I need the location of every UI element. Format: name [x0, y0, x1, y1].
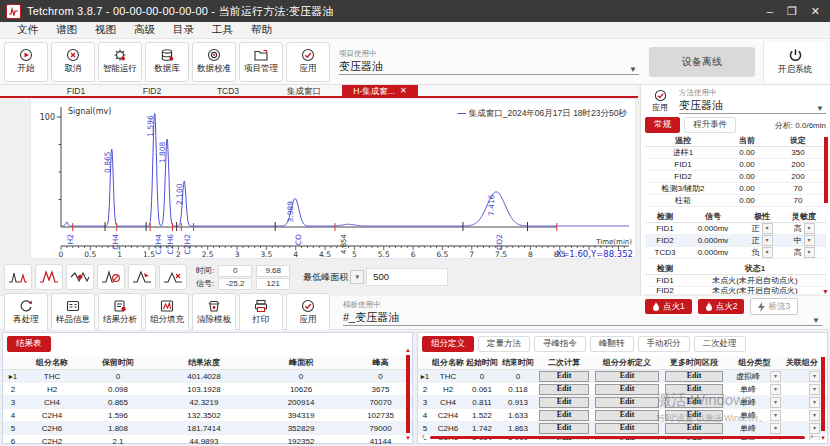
table-row[interactable]: 进样10.00350: [645, 147, 826, 159]
menu-item-目录[interactable]: 目录: [164, 23, 203, 37]
method-apply-button[interactable]: 应用: [645, 89, 675, 113]
definition-row[interactable]: 5C2H61.7421.863EditEditEdit单峰▾▾: [418, 422, 827, 435]
definition-hscrollbar[interactable]: ‹›: [422, 435, 813, 440]
tab-results[interactable]: 结果表: [7, 336, 51, 352]
min-area-dropdown[interactable]: ▾: [350, 270, 364, 284]
chart-tab-FID1[interactable]: FID1: [38, 85, 114, 96]
signal-from-field[interactable]: -25.2: [218, 278, 252, 290]
table-row[interactable]: FID20.000mv正 ▾中 ▾: [645, 235, 826, 247]
related-dropdown[interactable]: ▾: [809, 384, 820, 395]
definition-tab-手动积分[interactable]: 手动积分: [638, 336, 690, 352]
edit-button[interactable]: Edit: [665, 397, 723, 408]
related-dropdown[interactable]: ▾: [809, 423, 820, 434]
project-manage-button[interactable]: 项目管理: [239, 42, 283, 82]
edit-button[interactable]: Edit: [539, 384, 589, 395]
edit-button[interactable]: Edit: [539, 423, 589, 434]
edit-button[interactable]: Edit: [665, 410, 723, 421]
definition-row[interactable]: 4C2H41.5221.633EditEditEdit单峰▾▾: [418, 409, 827, 422]
sample-info-button[interactable]: 样品信息: [51, 293, 95, 333]
menu-item-帮助[interactable]: 帮助: [242, 23, 281, 37]
time-from-field[interactable]: 0: [218, 265, 252, 277]
tab-general[interactable]: 常规: [645, 117, 680, 133]
edit-button[interactable]: Edit: [539, 410, 589, 421]
smart-run-button[interactable]: 智能运行: [98, 42, 142, 82]
menu-item-高级[interactable]: 高级: [125, 23, 164, 37]
results-row[interactable]: 2H20.098103.1928106263675: [3, 383, 412, 396]
tool-peak-pick[interactable]: [128, 264, 156, 290]
tool-peak-merge[interactable]: [35, 264, 63, 290]
edit-button[interactable]: Edit: [665, 384, 723, 395]
database-button[interactable]: 数据库: [145, 42, 189, 82]
type-dropdown[interactable]: ▾: [770, 384, 781, 395]
calibration-button[interactable]: 数据校准: [192, 42, 236, 82]
definition-tab-寻峰指令[interactable]: 寻峰指令: [534, 336, 586, 352]
edit-button[interactable]: Edit: [595, 423, 659, 434]
signal-to-field[interactable]: 121: [256, 278, 290, 290]
tool-peak-drop[interactable]: [159, 264, 187, 290]
menu-item-视图[interactable]: 视图: [86, 23, 125, 37]
related-dropdown[interactable]: ▾: [809, 410, 820, 421]
edit-button[interactable]: Edit: [665, 371, 723, 382]
restore-button[interactable]: ❐: [787, 5, 797, 18]
chart-tab-TCD3[interactable]: TCD3: [190, 85, 266, 96]
time-to-field[interactable]: 9.68: [256, 265, 290, 277]
chevron-down-icon[interactable]: ▼: [816, 104, 826, 113]
clear-template-button[interactable]: 清除模板: [192, 293, 236, 333]
table-row[interactable]: 柱箱0.0070: [645, 195, 826, 207]
results-scrollbar[interactable]: ▲▼: [405, 347, 411, 441]
table-row[interactable]: FID2未点火(未开启自动点火): [645, 287, 826, 295]
print-button[interactable]: 打印: [239, 293, 283, 333]
definition-tab-峰翻转[interactable]: 峰翻转: [590, 336, 634, 352]
chevron-down-icon[interactable]: ▼: [629, 65, 639, 74]
min-area-input[interactable]: 500: [366, 268, 448, 286]
cancel-button[interactable]: 取消: [51, 42, 95, 82]
ignite-2-button[interactable]: 点火2: [698, 299, 745, 314]
chromatogram-chart[interactable]: 100Signal(mv)H20.865CH41.596C2H41.808C2H…: [30, 98, 636, 259]
definition-tab-定量方法[interactable]: 定量方法: [478, 336, 530, 352]
result-analysis-button[interactable]: 结果分析: [98, 293, 142, 333]
tool-peak-valley[interactable]: [66, 264, 94, 290]
definition-tab-组分定义[interactable]: 组分定义: [422, 336, 474, 352]
edit-button[interactable]: Edit: [665, 423, 723, 434]
type-dropdown[interactable]: ▾: [770, 397, 781, 408]
chart-tab-FID2[interactable]: FID2: [114, 85, 190, 96]
type-dropdown[interactable]: ▾: [770, 410, 781, 421]
definition-vscrollbar[interactable]: ▼: [820, 355, 826, 441]
definition-row[interactable]: 3CH40.8110.913EditEditEdit单峰▾▾: [418, 396, 827, 409]
table-row[interactable]: FID20.00200: [645, 171, 826, 183]
close-button[interactable]: ✕: [811, 5, 820, 18]
table-row[interactable]: FID10.00200: [645, 159, 826, 171]
project-selector[interactable]: 项目使用中 变压器油 ▼: [339, 49, 639, 75]
chart-tab-集成窗口[interactable]: 集成窗口: [266, 85, 342, 96]
chevron-down-icon[interactable]: ▼: [812, 316, 822, 325]
menu-item-工具[interactable]: 工具: [203, 23, 242, 37]
temp-table-scrollbar[interactable]: [824, 137, 828, 203]
close-tab-icon[interactable]: ✕: [400, 85, 407, 97]
bridge-current-button[interactable]: 桥流3: [750, 298, 798, 315]
table-row[interactable]: 检测3/辅助20.0070: [645, 183, 826, 195]
table-row[interactable]: FID1未点火(未开启自动点火): [645, 275, 826, 287]
edit-button[interactable]: Edit: [595, 397, 659, 408]
power-on-button[interactable]: 开启系统: [763, 42, 826, 82]
type-dropdown[interactable]: ▾: [770, 423, 781, 434]
tab-temp-program[interactable]: 程升事件: [684, 117, 736, 133]
minimize-button[interactable]: –: [767, 5, 773, 18]
chart-tab-active[interactable]: H-集成窗...✕: [342, 85, 418, 96]
edit-button[interactable]: Edit: [539, 371, 589, 382]
definition-row[interactable]: 2H20.0610.118EditEditEdit单峰▾▾: [418, 383, 827, 396]
apply-button[interactable]: 应用: [286, 42, 330, 82]
table-row[interactable]: FID10.000mv正 ▾高 ▾: [645, 223, 826, 235]
ignite-1-button[interactable]: 点火1: [645, 299, 692, 314]
results-row[interactable]: 3CH40.86542.321920091470070: [3, 396, 412, 409]
menu-item-谱图[interactable]: 谱图: [47, 23, 86, 37]
edit-button[interactable]: Edit: [595, 371, 659, 382]
apply-template-button[interactable]: 应用: [286, 293, 330, 333]
method-selector[interactable]: 方法使用中 变压器油 ▼: [679, 88, 826, 114]
results-row[interactable]: 4C2H41.596132.3502394319102735: [3, 409, 412, 422]
related-dropdown[interactable]: ▾: [809, 397, 820, 408]
device-offline-button[interactable]: 设备离线: [649, 47, 755, 77]
definition-row[interactable]: ▸1THC00EditEditEdit虚拟峰▾▾: [418, 370, 827, 383]
edit-button[interactable]: Edit: [595, 410, 659, 421]
tool-peak-exclude[interactable]: [97, 264, 125, 290]
type-dropdown[interactable]: ▾: [770, 371, 781, 382]
